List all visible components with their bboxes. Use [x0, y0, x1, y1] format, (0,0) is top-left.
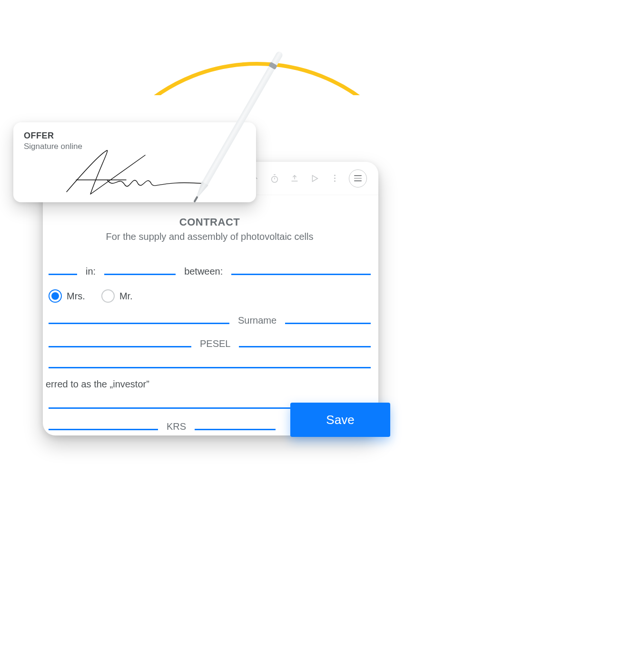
stopwatch-icon[interactable] — [269, 173, 280, 184]
field-between[interactable] — [231, 268, 371, 275]
label-surname: Surname — [238, 315, 276, 326]
row-surname: Surname — [46, 315, 374, 326]
document-subtitle: For the supply and assembly of photovolt… — [46, 231, 374, 242]
offer-title: OFFER — [24, 131, 246, 141]
document-body: CONTRACT For the supply and assembly of … — [43, 195, 378, 432]
field-full-line[interactable] — [49, 362, 371, 368]
salutation-radio-group: Mrs. Mr. — [46, 277, 374, 303]
label-in: in: — [86, 266, 96, 277]
field-pesel-left[interactable] — [49, 341, 191, 347]
save-button[interactable]: Save — [290, 403, 390, 437]
field-location[interactable] — [104, 268, 176, 275]
row-full — [46, 362, 374, 368]
menu-icon[interactable] — [349, 169, 367, 188]
label-krs: KRS — [167, 421, 186, 432]
radio-label-mrs: Mrs. — [67, 291, 85, 302]
radio-dot-selected — [49, 289, 62, 303]
radio-label-mr: Mr. — [119, 291, 133, 302]
field-krs-right[interactable] — [195, 424, 276, 430]
label-pesel: PESEL — [200, 338, 230, 349]
save-button-label: Save — [326, 413, 354, 427]
document-title: CONTRACT — [46, 216, 374, 228]
radio-mr[interactable]: Mr. — [101, 289, 133, 303]
radio-mrs[interactable]: Mrs. — [49, 289, 85, 303]
radio-dot-unselected — [101, 289, 115, 303]
investor-text: erred to as the „investor” — [46, 368, 374, 390]
field-date[interactable] — [49, 268, 77, 275]
stage: CONTRACT For the supply and assembly of … — [0, 0, 632, 672]
row-pesel: PESEL — [46, 338, 374, 349]
field-firstname[interactable] — [49, 317, 229, 324]
play-icon[interactable] — [309, 173, 320, 184]
more-icon[interactable] — [329, 173, 340, 184]
row-in-between: in: between: — [46, 266, 374, 277]
label-between: between: — [184, 266, 223, 277]
field-pesel-right[interactable] — [239, 341, 371, 347]
field-krs-left[interactable] — [49, 424, 158, 430]
upload-icon[interactable] — [289, 173, 300, 184]
field-surname[interactable] — [285, 317, 371, 324]
